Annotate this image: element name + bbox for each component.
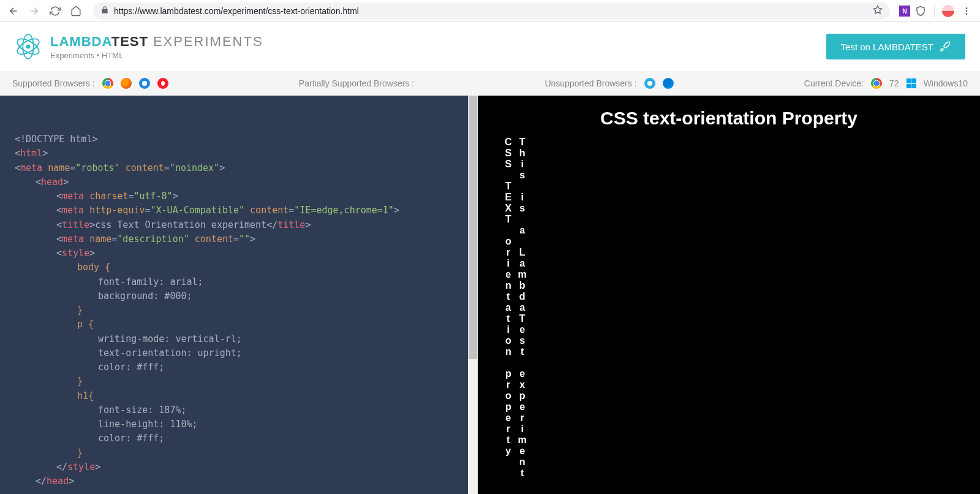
code-editor-pane[interactable]: <!DOCTYPE html><html><meta name="robots"… [0,96,478,494]
divider [934,5,935,17]
home-button[interactable] [67,2,85,20]
unsupported-label: Unsupported Browsers : [545,78,636,88]
browser-chrome-bar: https://www.lambdatest.com/experiment/cs… [0,0,980,22]
extension-shield-icon[interactable] [914,5,927,17]
back-button[interactable] [5,2,22,20]
test-on-lambdatest-button[interactable]: Test on LAMBDATEST [826,34,965,59]
firefox-icon [121,78,132,89]
bookmark-star-icon[interactable] [873,5,883,17]
svg-marker-0 [873,6,881,13]
lambdatest-logo-icon [15,33,42,60]
preview-heading: CSS text-orientation Property [492,108,965,129]
breadcrumb[interactable]: Experiments • HTML [50,51,263,60]
svg-point-5 [966,13,968,15]
reload-button[interactable] [47,2,64,20]
profile-avatar-icon[interactable] [942,5,954,17]
url-text: https://www.lambdatest.com/experiment/cs… [114,6,868,16]
address-bar[interactable]: https://www.lambdatest.com/experiment/cs… [93,2,890,20]
device-version: 72 [889,78,899,88]
svg-point-9 [26,45,29,48]
scrollbar-track[interactable] [468,96,478,494]
extension-onenote-icon[interactable]: N [899,5,911,17]
device-label: Current Device: [804,78,864,88]
lock-icon [100,6,109,17]
browser-support-bar: Supported Browsers : Partially Supported… [0,71,980,96]
edge-icon [663,78,674,89]
scrollbar-thumb[interactable] [469,96,477,359]
safari-icon [139,78,150,89]
vertical-text-col-1: CSSTEXTorientationproperty [505,136,512,478]
ie-icon [644,78,655,89]
vertical-text-col-2: ThisisaLambdaTestexperiment [518,136,527,478]
chrome-icon [871,78,882,89]
supported-label: Supported Browsers : [12,78,95,88]
main-split: <!DOCTYPE html><html><meta name="robots"… [0,96,980,494]
windows-icon [907,78,916,88]
opera-icon [157,78,168,89]
site-header: LAMBDATESTEXPERIMENTS Experiments • HTML… [0,22,980,71]
svg-point-3 [966,7,968,9]
code-content[interactable]: <!DOCTYPE html><html><meta name="robots"… [0,96,478,494]
chrome-icon [102,78,113,89]
chrome-menu-button[interactable] [958,2,975,20]
forward-button[interactable] [26,2,43,20]
rocket-icon [940,41,951,52]
svg-text:N: N [902,7,907,14]
logo-area[interactable]: LAMBDATESTEXPERIMENTS Experiments • HTML [15,33,263,60]
device-os: Windows10 [924,78,968,88]
preview-pane: CSS text-orientation Property CSSTEXTori… [478,96,980,494]
partial-label: Partially Supported Browsers : [299,78,414,88]
brand-title: LAMBDATESTEXPERIMENTS [50,34,263,50]
svg-point-4 [966,10,968,12]
